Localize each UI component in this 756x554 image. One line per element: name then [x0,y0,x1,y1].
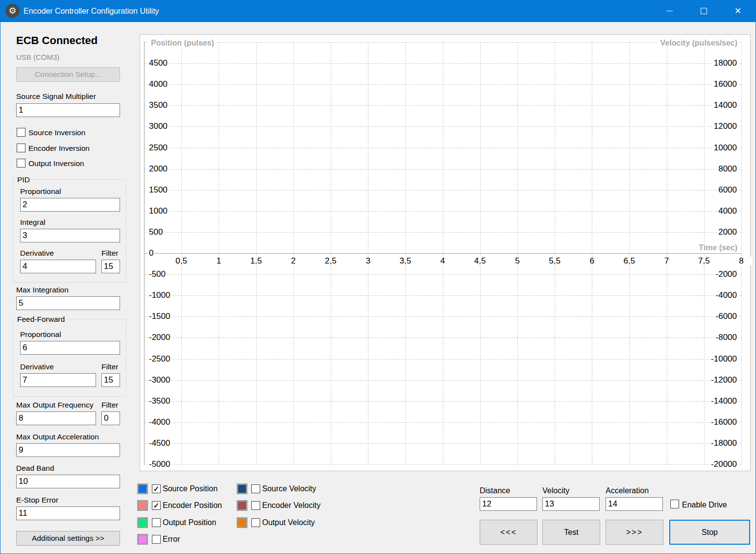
legend-item-error: Error [137,534,235,545]
vertical-gridline [293,42,294,464]
test-button[interactable]: Test [542,520,600,545]
legend-label: Source Position [163,484,218,493]
output-inversion-checkbox[interactable] [17,159,25,168]
vertical-gridline [181,42,182,464]
vertical-gridline [741,42,742,464]
left-axis-tick-label: -4000 [147,417,171,427]
legend-item-source-position: ✓ Source Position [137,483,235,494]
jog-reverse-button[interactable]: <<< [480,520,537,545]
titlebar: ⚙ Encoder Controller Configuration Utili… [0,0,756,22]
vertical-gridline [256,42,257,464]
velocity-label: Velocity [542,486,569,495]
output-velocity-checkbox[interactable] [251,518,260,527]
legend-label: Encoder Velocity [262,501,320,510]
left-axis-tick-label: 3000 [147,121,169,131]
dead-band-input[interactable] [16,475,120,488]
ff-derivative-input[interactable] [20,373,96,387]
vertical-gridline [704,42,705,464]
dead-band-label: Dead Band [16,464,54,473]
left-axis-tick-label: 4000 [147,79,169,89]
ff-filter-input[interactable] [101,373,120,387]
ff-derivative-label: Derivative [20,362,54,371]
velocity-input[interactable] [542,497,600,511]
x-axis-tick-label: 4,5 [469,257,491,265]
window-title: Encoder Controller Configuration Utility [24,0,159,22]
additional-settings-button[interactable]: Additional settings >> [16,531,120,546]
source-position-checkbox[interactable]: ✓ [152,484,161,493]
minimize-icon [666,11,673,11]
stop-button[interactable]: Stop [669,520,750,545]
maximize-icon [701,8,707,14]
distance-input[interactable] [480,497,537,511]
ff-filter-label: Filter [101,362,118,371]
encoder-inversion-label: Encoder Inversion [28,144,90,153]
encoder-velocity-checkbox[interactable] [251,501,260,510]
e-stop-error-input[interactable] [16,506,120,520]
left-axis-tick-label: -5000 [147,459,171,469]
left-axis-title: Position (pulses) [149,39,216,48]
max-output-acceleration-input[interactable] [16,443,120,457]
left-axis-tick-label: 1000 [147,206,169,216]
pid-integral-input[interactable] [20,229,120,242]
acceleration-input[interactable] [606,497,663,511]
x-axis-tick-label: 5,5 [544,257,565,265]
vertical-gridline [219,42,219,464]
vertical-gridline [592,42,592,464]
source-signal-multiplier-input[interactable] [16,103,120,117]
right-axis-tick-label: 18000 [712,58,738,68]
x-axis-tick-label: 1,5 [245,257,267,265]
vertical-gridline [368,42,368,464]
left-axis-tick-label: -4500 [147,438,171,448]
right-axis-tick-label: -14000 [709,396,738,406]
max-output-frequency-label: Max Output Frequency [16,401,94,409]
legend-item-encoder-position: ✓ Encoder Position [137,500,235,511]
ff-proportional-label: Proportional [20,330,61,339]
chart-panel: 450040003500300025002000150010005000-500… [140,34,751,471]
left-axis-tick-label: -2500 [147,354,171,364]
max-output-frequency-input[interactable] [16,411,96,425]
left-axis-tick-label: 2000 [147,164,169,174]
x-axis-tick-label: 2,5 [320,257,341,265]
encoder-position-checkbox[interactable]: ✓ [152,501,161,510]
output-position-checkbox[interactable] [152,518,161,527]
source-inversion-checkbox[interactable] [17,128,25,137]
close-button[interactable]: ✕ [721,0,755,22]
series-color-swatch [237,517,247,528]
max-output-frequency-filter-label: Filter [101,401,118,409]
connection-status-heading: ECB Connected [16,34,98,47]
max-integration-input[interactable] [16,296,120,310]
x-axis-tick-label: 3 [357,257,379,265]
jog-forward-button[interactable]: >>> [606,520,663,545]
right-axis-tick-label: 12000 [712,121,738,131]
left-axis-tick-label: 3500 [147,100,169,110]
pid-proportional-input[interactable] [20,198,120,212]
left-axis-tick-label: 1500 [147,185,169,195]
left-axis-tick-label: -500 [147,269,167,279]
enable-drive-checkbox[interactable] [670,500,679,508]
legend-item-output-position: Output Position [137,517,235,528]
acceleration-label: Acceleration [606,486,649,495]
right-axis-tick-label: 2000 [717,227,738,237]
encoder-inversion-checkbox[interactable] [17,144,25,152]
minimize-button[interactable] [652,0,686,22]
legend-item-source-velocity: Source Velocity [237,483,335,494]
x-axis-tick-label: 8 [731,257,752,265]
maximize-button[interactable] [686,0,721,22]
legend-item-encoder-velocity: Encoder Velocity [237,500,335,511]
series-color-swatch [137,517,148,528]
connection-setup-button[interactable]: Connection Setup... [16,67,120,82]
close-icon: ✕ [734,6,741,16]
x-axis-tick-label: 2 [283,257,304,265]
pid-filter-input[interactable] [101,260,120,273]
source-inversion-label: Source Inversion [28,128,85,137]
right-axis-tick-label: -4000 [714,290,738,300]
app-window: { "window": { "title": "Encoder Controll… [0,0,756,554]
vertical-gridline [629,42,630,464]
pid-derivative-input[interactable] [20,260,96,273]
series-color-swatch [137,483,148,494]
source-velocity-checkbox[interactable] [251,484,260,493]
ff-proportional-input[interactable] [20,341,120,355]
error-checkbox[interactable] [152,535,161,544]
max-output-frequency-filter-input[interactable] [101,411,120,425]
x-axis-tick-label: 6 [581,257,603,265]
